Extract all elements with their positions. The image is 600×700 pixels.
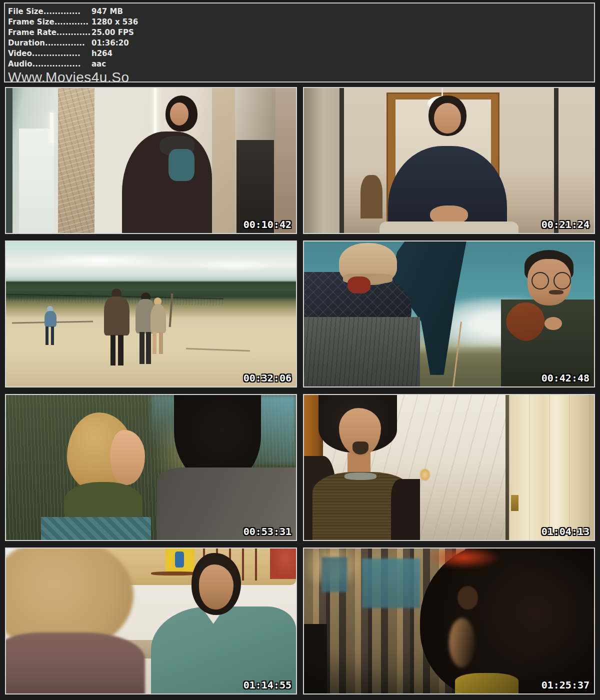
timestamp-overlay: 01:25:37 — [542, 679, 590, 691]
info-line-file-size: File Size.............947 MB — [8, 6, 594, 17]
info-line-duration: Duration..............01:36:20 — [8, 38, 594, 48]
s2-left-door-frame — [340, 88, 344, 233]
s1-doorway — [276, 88, 296, 233]
info-value: h264 — [92, 48, 112, 59]
s3-woman-blonde — [150, 304, 166, 333]
s4-grey-coat — [304, 317, 420, 386]
s1-brick-pillar — [58, 88, 94, 233]
s6-door-gap — [506, 395, 509, 540]
still-4-flag-violin: 00:42:48 — [303, 240, 595, 388]
info-label: Frame Rate — [8, 28, 56, 37]
s3-woman-blonde-legs — [152, 332, 163, 354]
info-line-frame-rate: Frame Rate............25.00 FPS — [8, 28, 594, 38]
info-label: Video — [8, 49, 32, 58]
s1-back-pillar — [212, 88, 235, 233]
info-label: Frame Size — [8, 18, 54, 26]
timestamp-overlay: 00:42:48 — [542, 372, 590, 384]
s3-driftwood-2 — [186, 348, 250, 351]
s1-teal-sweater — [168, 149, 194, 181]
s2-right-door-frame — [554, 88, 558, 233]
still-8-dark-curtains: 01:25:37 — [303, 548, 595, 694]
s1-wall-edge — [6, 88, 12, 233]
still-1-loft: 00:10:42 — [5, 87, 297, 234]
s6-brass-hinge — [511, 495, 518, 511]
dot-leader: .............. — [45, 38, 85, 48]
s4-glasses-left-lens — [532, 272, 549, 290]
s3-person-blue-legs — [46, 326, 54, 346]
s5-woman-face — [110, 430, 146, 485]
s3-cloud — [24, 253, 174, 268]
timestamp-overlay: 00:32:06 — [244, 372, 292, 384]
info-value: 947 MB — [92, 6, 123, 17]
media-info-box: File Size.............947 MB Frame Size.… — [4, 2, 595, 82]
s3-cloud-2 — [186, 259, 284, 270]
dot-leader: ................. — [32, 60, 80, 68]
s1-stair-panel — [19, 128, 54, 233]
s2-chair — [360, 175, 382, 218]
s5-teal-coat — [41, 517, 151, 540]
still-5-field-profile: 00:53:31 — [5, 394, 297, 541]
s7-woman-shoulder — [5, 632, 145, 694]
still-3-beach-volleyball: 00:32:06 — [5, 240, 297, 388]
s8-vignette — [304, 548, 594, 694]
info-label: File Size — [8, 7, 44, 16]
timestamp-overlay: 00:21:24 — [542, 218, 590, 230]
s3-man-brown-legs — [110, 335, 124, 366]
info-line-frame-size: Frame Size............1280 x 536 — [8, 17, 594, 28]
info-label: Duration — [8, 38, 45, 48]
s6-shirt-collar — [344, 472, 376, 480]
timestamp-overlay: 00:10:42 — [244, 218, 292, 230]
s4-mustache — [549, 290, 564, 294]
screenshot-grid: 00:10:42 00:21:24 — [5, 87, 595, 694]
timestamp-overlay: 00:53:31 — [244, 526, 292, 538]
s7-blue-figure — [175, 552, 184, 568]
still-7-table-talk: 01:14:55 — [5, 548, 297, 694]
s4-violinist-hand — [544, 317, 562, 330]
info-line-audio: Audio.................aac — [8, 59, 594, 70]
s4-glasses-right-lens — [554, 272, 571, 290]
s2-right-doorway — [558, 88, 594, 233]
s6-white-door — [509, 395, 594, 540]
still-6-marble-hallway: 01:04:13 — [303, 394, 595, 541]
s6-man-neck — [348, 453, 370, 474]
s4-red-scarf — [348, 276, 370, 294]
s7-red-patch — [270, 548, 296, 579]
dot-leader: ............ — [54, 18, 88, 26]
s3-person-blue — [44, 311, 56, 327]
s1-light-strip — [50, 112, 53, 143]
dot-leader: ............. — [44, 7, 80, 16]
dot-leader: ............ — [56, 28, 90, 37]
info-line-video: Video.................h264 — [8, 48, 594, 59]
watermark: Www.Movies4u.So — [8, 70, 594, 85]
info-label: Audio — [8, 60, 32, 68]
info-value: 1280 x 536 — [92, 17, 138, 28]
s2-left-doorway — [304, 88, 340, 233]
s2-armchair-back — [380, 222, 518, 233]
timestamp-overlay: 01:14:55 — [244, 679, 292, 691]
s6-goatee — [352, 442, 368, 454]
s3-man-brown — [104, 296, 130, 336]
s7-brown-stroke-horizontal — [151, 572, 198, 575]
info-value: aac — [92, 59, 106, 70]
s6-jacket-right — [391, 479, 420, 540]
info-value: 01:36:20 — [92, 38, 129, 48]
timestamp-overlay: 01:04:13 — [542, 526, 590, 538]
dot-leader: ................. — [32, 49, 80, 58]
s3-person-grey-legs — [140, 332, 151, 364]
info-value: 25.00 FPS — [92, 28, 134, 38]
still-2-interview: 00:21:24 — [303, 87, 595, 234]
